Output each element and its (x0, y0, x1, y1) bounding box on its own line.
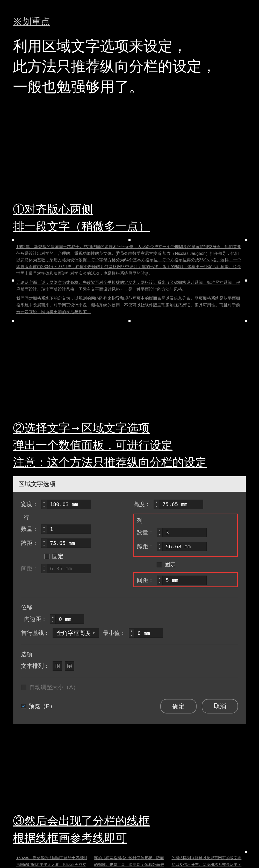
chevron-up-icon[interactable]: ▲ (157, 576, 162, 580)
divider (21, 597, 238, 597)
desc-line: 利用区域文字选项来设定， (13, 36, 246, 56)
resize-handle[interactable] (12, 320, 14, 322)
cols-gap-input[interactable]: 5 mm (163, 576, 207, 585)
chevron-up-icon[interactable]: ▲ (50, 615, 56, 619)
area-type-options-dialog: 区域文字选项 宽度： ▲▼ 180.03 mm 高度： ▲▼ 75.65 (13, 476, 246, 724)
options-section-label: 选项 (21, 650, 238, 658)
chevron-down-icon[interactable]: ▼ (41, 504, 46, 509)
height-input[interactable]: 75.65 mm (159, 500, 203, 509)
sample-paragraph: 我同同对栅格系统下的定义为：以规则的网络阵列来指导和规范网页中的版面布局以及信息… (16, 295, 243, 315)
inset-input[interactable]: 0 mm (56, 615, 84, 624)
rows-gap-stepper: ▲▼ 6.35 mm (41, 564, 91, 573)
chevron-up-icon[interactable]: ▲ (129, 629, 134, 633)
first-baseline-value: 全角字框高度 (57, 629, 91, 637)
resize-handle[interactable] (128, 239, 131, 241)
min-label: 最小值： (102, 629, 126, 637)
text-frame-single[interactable]: 1692年，新登基的法国国王路易十四感到法国的印刷术平平无奇，因此命令成立一个管… (13, 240, 246, 321)
chevron-up-icon[interactable]: ▲ (154, 500, 159, 504)
rows-gap-label: 间距： (21, 565, 38, 572)
divider (21, 644, 238, 644)
min-stepper[interactable]: ▲▼ 0 mm (129, 628, 163, 638)
rows-gap-input: 6.35 mm (47, 564, 91, 573)
cols-count-label: 数量： (137, 529, 154, 536)
min-input[interactable]: 0 mm (134, 628, 163, 638)
cols-count-stepper[interactable]: ▲▼ 3 (157, 528, 207, 537)
preview-checkbox[interactable]: ✔ (21, 704, 26, 709)
textflow-label: 文本排列： (21, 662, 50, 670)
cols-gap-label: 间距： (137, 576, 154, 584)
chevron-up-icon: ▲ (41, 564, 46, 568)
resize-handle[interactable] (245, 320, 247, 322)
chevron-up-icon[interactable]: ▲ (157, 542, 162, 547)
desc-line: 此方法只推荐纵向分栏的设定， (13, 56, 246, 76)
resize-handle[interactable] (245, 239, 247, 241)
desc-line: 一般也勉强够用了。 (13, 77, 246, 97)
cancel-button[interactable]: 取消 (202, 699, 238, 713)
resize-handle[interactable] (128, 320, 131, 322)
column-1: 1692年，新登基的法国国王路易十四感到法国的印刷术平平无人看，因此命令成立一个… (13, 852, 91, 868)
step3-title: ③然后会出现了分栏的线框 根据线框画参考线即可 (13, 812, 246, 846)
inset-stepper[interactable]: ▲▼ 0 mm (50, 615, 84, 624)
offset-section-label: 位移 (21, 603, 238, 611)
cols-fixed-label: 固定 (164, 561, 176, 568)
rows-span-stepper[interactable]: ▲▼ 75.65 mm (41, 538, 91, 548)
resize-handle[interactable] (245, 851, 247, 853)
highlight-columns-group: 列 数量： ▲▼ 3 跨距： ▲▼ 56.68 mm (133, 514, 238, 557)
autosize-checkbox[interactable] (21, 685, 26, 690)
cols-span-stepper[interactable]: ▲▼ 56.68 mm (157, 542, 207, 551)
cols-gap-stepper[interactable]: ▲▼ 5 mm (157, 576, 207, 585)
first-baseline-select[interactable]: 全角字框高度 ▼ (53, 628, 99, 638)
sample-paragraph: 1692年，新登基的法国国王路易十四感到法国的印刷术平平无奇，因此命令成立一个管… (16, 243, 243, 277)
chevron-down-icon[interactable]: ▼ (154, 504, 159, 509)
step1-title-l1: ①对齐版心两侧 (13, 201, 246, 218)
height-stepper[interactable]: ▲▼ 75.65 mm (154, 500, 203, 509)
rows-fixed-checkbox[interactable] (44, 554, 50, 559)
highlight-gap-group: 间距： ▲▼ 5 mm (133, 572, 238, 587)
chevron-down-icon[interactable]: ▼ (157, 532, 162, 537)
chevron-down-icon[interactable]: ▼ (129, 633, 134, 638)
cols-fixed-checkbox[interactable] (157, 562, 162, 567)
height-label: 高度： (133, 500, 151, 508)
resize-handle[interactable] (12, 239, 14, 241)
chevron-up-icon[interactable]: ▲ (41, 539, 46, 543)
column-2: 谨的几何网格网格中设计字体形状，版面的编排。也是世界上最早对字体和版面进行科学实… (91, 852, 169, 868)
chevron-down-icon[interactable]: ▼ (157, 580, 162, 585)
cols-section-label: 列 (137, 517, 235, 525)
cols-span-label: 跨距： (137, 542, 154, 550)
chevron-up-icon[interactable]: ▲ (157, 528, 162, 532)
width-input[interactable]: 180.03 mm (47, 500, 91, 509)
step2-title: ②选择文字→区域文字选项 弹出一个数值面板，可进行设定 注意：这个方法只推荐纵向… (13, 420, 246, 471)
width-stepper[interactable]: ▲▼ 180.03 mm (41, 500, 91, 509)
divider (21, 677, 238, 677)
textflow-vertical-button[interactable] (65, 661, 74, 671)
textflow-horizontal-button[interactable] (53, 661, 62, 671)
chevron-up-icon[interactable]: ▲ (41, 500, 46, 504)
chevron-up-icon[interactable]: ▲ (41, 525, 46, 529)
chevron-down-icon[interactable]: ▼ (50, 619, 56, 623)
main-description: 利用区域文字选项来设定， 此方法只推荐纵向分栏的设定， 一般也勉强够用了。 (13, 36, 246, 97)
chevron-down-icon[interactable]: ▼ (41, 543, 46, 548)
step3-title-l2: 根据线框画参考线即可 (13, 829, 246, 846)
rows-fixed-label: 固定 (52, 553, 63, 560)
chevron-down-icon: ▼ (92, 631, 95, 635)
sample-paragraph: 无论从字面上说，网络意为线条格。先读皆百科全书检核的定义为：网格设计系统（又称栅… (16, 279, 243, 292)
width-label: 宽度： (21, 500, 38, 508)
cols-count-input[interactable]: 3 (163, 528, 207, 537)
inset-label: 内边距： (21, 615, 47, 623)
rows-count-input[interactable]: 1 (47, 525, 91, 534)
chevron-down-icon[interactable]: ▼ (41, 529, 46, 533)
autosize-label: 自动调整大小（A） (29, 683, 79, 691)
resize-handle[interactable] (245, 279, 247, 282)
rows-count-stepper[interactable]: ▲▼ 1 (41, 525, 91, 534)
first-baseline-label: 首行基线： (21, 629, 50, 637)
cols-span-input[interactable]: 56.68 mm (163, 542, 207, 551)
ok-button[interactable]: 确定 (160, 699, 197, 713)
step1-title-l2: 排一段文字（稍微多一点） (13, 218, 246, 235)
chevron-down-icon[interactable]: ▼ (157, 547, 162, 551)
column-3: 的网络阵列来指导以及规范网页的版面布局以及信息分布。网页栅格系统是从平面栅格系统… (168, 852, 246, 868)
step1-title: ①对齐版心两侧 排一段文字（稍微多一点） (13, 201, 246, 235)
text-frame-three-column[interactable]: 1692年，新登基的法国国王路易十四感到法国的印刷术平平无人看，因此命令成立一个… (13, 852, 246, 868)
rows-section-label: 行 (21, 514, 126, 521)
rows-span-input[interactable]: 75.65 mm (47, 538, 91, 548)
resize-handle[interactable] (12, 279, 14, 282)
